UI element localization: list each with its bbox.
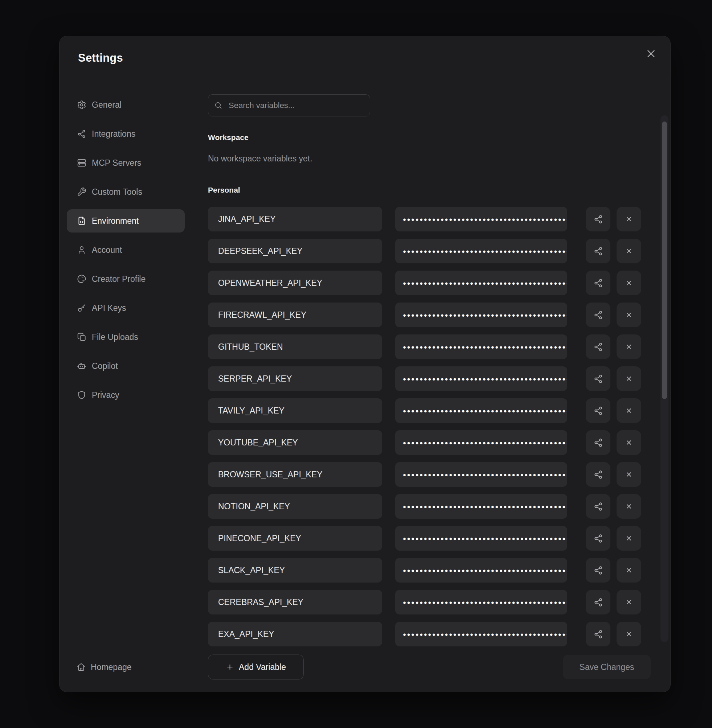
- sidebar-item-label: Copilot: [92, 361, 118, 371]
- sidebar-item-general[interactable]: General: [67, 93, 185, 117]
- variable-value-input[interactable]: ●●●●●●●●●●●●●●●●●●●●●●●●●●●●●●●●●●●●●●●●: [395, 334, 567, 359]
- sidebar-item-mcp-servers[interactable]: MCP Servers: [67, 151, 185, 175]
- variable-value-input[interactable]: ●●●●●●●●●●●●●●●●●●●●●●●●●●●●●●●●●●●●●●●●: [395, 398, 567, 423]
- variable-name-input[interactable]: SLACK_API_KEY: [208, 558, 382, 583]
- sidebar-item-label: API Keys: [92, 303, 126, 313]
- share-icon: [593, 310, 603, 320]
- masked-value: ●●●●●●●●●●●●●●●●●●●●●●●●●●●●●●●●●●●●●●●●: [403, 599, 567, 605]
- variable-value-input[interactable]: ●●●●●●●●●●●●●●●●●●●●●●●●●●●●●●●●●●●●●●●●: [395, 590, 567, 614]
- file-code-icon: [77, 216, 86, 226]
- share-variable-button[interactable]: [586, 207, 610, 231]
- variable-name-input[interactable]: DEEPSEEK_API_KEY: [208, 239, 382, 263]
- share-icon: [593, 246, 603, 256]
- sidebar-item-privacy[interactable]: Privacy: [67, 383, 185, 407]
- sidebar-item-label: General: [92, 100, 122, 110]
- masked-value: ●●●●●●●●●●●●●●●●●●●●●●●●●●●●●●●●●●●●●●●●: [403, 439, 567, 446]
- share-variable-button[interactable]: [586, 334, 610, 359]
- variable-row-cerebras-api-key: CEREBRAS_API_KEY ●●●●●●●●●●●●●●●●●●●●●●●…: [208, 590, 670, 614]
- masked-value: ●●●●●●●●●●●●●●●●●●●●●●●●●●●●●●●●●●●●●●●●: [403, 567, 567, 574]
- remove-variable-button[interactable]: [617, 526, 641, 550]
- workspace-empty-text: No workspace variables yet.: [208, 154, 670, 164]
- share-variable-button[interactable]: [586, 302, 610, 327]
- masked-value: ●●●●●●●●●●●●●●●●●●●●●●●●●●●●●●●●●●●●●●●●: [403, 472, 567, 478]
- share-icon: [593, 470, 603, 479]
- shield-icon: [77, 390, 86, 400]
- variable-row-pinecone-api-key: PINECONE_API_KEY ●●●●●●●●●●●●●●●●●●●●●●●…: [208, 526, 670, 550]
- share-variable-button[interactable]: [586, 271, 610, 295]
- close-icon[interactable]: [645, 47, 657, 60]
- share-icon: [593, 565, 603, 575]
- remove-icon: [625, 534, 633, 542]
- variable-value-input[interactable]: ●●●●●●●●●●●●●●●●●●●●●●●●●●●●●●●●●●●●●●●●: [395, 239, 567, 263]
- remove-variable-button[interactable]: [617, 207, 641, 231]
- variable-value-input[interactable]: ●●●●●●●●●●●●●●●●●●●●●●●●●●●●●●●●●●●●●●●●: [395, 526, 567, 550]
- variable-value-input[interactable]: ●●●●●●●●●●●●●●●●●●●●●●●●●●●●●●●●●●●●●●●●: [395, 366, 567, 391]
- share-variable-button[interactable]: [586, 239, 610, 263]
- remove-variable-button[interactable]: [617, 558, 641, 583]
- variable-value-input[interactable]: ●●●●●●●●●●●●●●●●●●●●●●●●●●●●●●●●●●●●●●●●: [395, 494, 567, 519]
- sidebar-item-api-keys[interactable]: API Keys: [67, 296, 185, 320]
- share-variable-button[interactable]: [586, 398, 610, 423]
- variable-name-input[interactable]: NOTION_API_KEY: [208, 494, 382, 519]
- variable-value-input[interactable]: ●●●●●●●●●●●●●●●●●●●●●●●●●●●●●●●●●●●●●●●●: [395, 430, 567, 455]
- save-changes-button[interactable]: Save Changes: [563, 655, 651, 679]
- remove-variable-button[interactable]: [617, 239, 641, 263]
- variable-name-input[interactable]: YOUTUBE_API_KEY: [208, 430, 382, 455]
- scrollbar-thumb[interactable]: [662, 121, 667, 399]
- variable-value-input[interactable]: ●●●●●●●●●●●●●●●●●●●●●●●●●●●●●●●●●●●●●●●●: [395, 302, 567, 327]
- variable-name-input[interactable]: SERPER_API_KEY: [208, 366, 382, 391]
- remove-variable-button[interactable]: [617, 334, 641, 359]
- share-variable-button[interactable]: [586, 430, 610, 455]
- remove-icon: [625, 279, 633, 287]
- variable-name-input[interactable]: FIRECRAWL_API_KEY: [208, 302, 382, 327]
- variable-value-input[interactable]: ●●●●●●●●●●●●●●●●●●●●●●●●●●●●●●●●●●●●●●●●: [395, 271, 567, 295]
- remove-icon: [625, 343, 633, 351]
- share-variable-button[interactable]: [586, 558, 610, 583]
- search-input[interactable]: [228, 101, 364, 111]
- dialog-footer: Homepage Add Variable Save Changes: [59, 642, 670, 692]
- variable-value-input[interactable]: ●●●●●●●●●●●●●●●●●●●●●●●●●●●●●●●●●●●●●●●●: [395, 207, 567, 231]
- variable-name-input[interactable]: JINA_API_KEY: [208, 207, 382, 231]
- remove-variable-button[interactable]: [617, 302, 641, 327]
- share-variable-button[interactable]: [586, 366, 610, 391]
- add-variable-button[interactable]: Add Variable: [208, 654, 304, 679]
- remove-variable-button[interactable]: [617, 462, 641, 487]
- remove-icon: [625, 375, 633, 383]
- variable-name-input[interactable]: OPENWEATHER_API_KEY: [208, 271, 382, 295]
- sidebar-item-creator-profile[interactable]: Creator Profile: [67, 267, 185, 290]
- share-icon: [593, 342, 603, 352]
- sidebar-item-account[interactable]: Account: [67, 238, 185, 262]
- homepage-link[interactable]: Homepage: [77, 662, 132, 672]
- sidebar-item-integrations[interactable]: Integrations: [67, 122, 185, 145]
- remove-variable-button[interactable]: [617, 590, 641, 614]
- remove-variable-button[interactable]: [617, 366, 641, 391]
- share-variable-button[interactable]: [586, 526, 610, 550]
- remove-icon: [625, 598, 633, 606]
- settings-sidebar: General Integrations MCP Servers Custom …: [59, 80, 185, 654]
- integrations-icon: [77, 129, 86, 139]
- sidebar-item-copilot[interactable]: Copilot: [67, 354, 185, 377]
- variable-value-input[interactable]: ●●●●●●●●●●●●●●●●●●●●●●●●●●●●●●●●●●●●●●●●: [395, 558, 567, 583]
- variable-name-input[interactable]: GITHUB_TOKEN: [208, 334, 382, 359]
- share-icon: [593, 278, 603, 288]
- remove-icon: [625, 502, 633, 510]
- sidebar-item-file-uploads[interactable]: File Uploads: [67, 326, 185, 349]
- masked-value: ●●●●●●●●●●●●●●●●●●●●●●●●●●●●●●●●●●●●●●●●: [403, 312, 567, 318]
- variable-name-input[interactable]: CEREBRAS_API_KEY: [208, 590, 382, 614]
- variable-name-input[interactable]: BROWSER_USE_API_KEY: [208, 462, 382, 487]
- variable-name-input[interactable]: TAVILY_API_KEY: [208, 398, 382, 423]
- variable-name-input[interactable]: PINECONE_API_KEY: [208, 526, 382, 550]
- masked-value: ●●●●●●●●●●●●●●●●●●●●●●●●●●●●●●●●●●●●●●●●: [403, 280, 567, 286]
- remove-variable-button[interactable]: [617, 494, 641, 519]
- remove-icon: [625, 566, 633, 574]
- share-variable-button[interactable]: [586, 590, 610, 614]
- remove-variable-button[interactable]: [617, 430, 641, 455]
- remove-variable-button[interactable]: [617, 271, 641, 295]
- share-variable-button[interactable]: [586, 462, 610, 487]
- sidebar-item-environment[interactable]: Environment: [67, 209, 185, 232]
- variable-value-input[interactable]: ●●●●●●●●●●●●●●●●●●●●●●●●●●●●●●●●●●●●●●●●: [395, 462, 567, 487]
- share-variable-button[interactable]: [586, 494, 610, 519]
- remove-variable-button[interactable]: [617, 398, 641, 423]
- search-box[interactable]: [208, 94, 370, 117]
- sidebar-item-custom-tools[interactable]: Custom Tools: [67, 180, 185, 204]
